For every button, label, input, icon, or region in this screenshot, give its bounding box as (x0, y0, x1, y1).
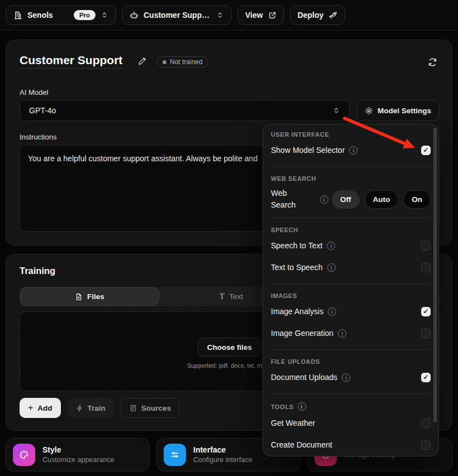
model-select[interactable]: GPT-4o (20, 100, 350, 121)
chevron-updown-icon (332, 107, 340, 114)
file-icon (75, 293, 83, 301)
show-model-selector-label: Show Model Selector (271, 146, 345, 155)
tab-text-label: Text (229, 292, 243, 301)
setting-row: Speech to Text i ✓ (271, 236, 431, 255)
rocket-icon (328, 11, 337, 20)
workspace-switcher[interactable]: Senols Pro (6, 5, 116, 25)
model-settings-label: Model Settings (378, 107, 431, 115)
agent-name: Customer Supp… (144, 11, 209, 20)
model-value: GPT-4o (29, 106, 56, 115)
section-user-interface: USER INTERFACE Show Model Selector i ✓ (271, 131, 431, 160)
create-document-checkbox[interactable]: ✓ (421, 440, 431, 450)
info-icon[interactable]: i (327, 263, 336, 272)
tab-files-label: Files (87, 292, 104, 301)
check-icon: ✓ (423, 147, 428, 153)
section-speech: SPEECH Speech to Text i ✓ Text to Speech… (271, 218, 431, 277)
setting-row: Show Model Selector i ✓ (271, 141, 431, 160)
refresh-icon[interactable] (428, 57, 437, 67)
style-card-title: Style (42, 445, 115, 455)
speech-to-text-label: Speech to Text (271, 241, 322, 250)
external-link-icon (268, 11, 276, 20)
agent-switcher[interactable]: Customer Supp… (122, 5, 232, 25)
train-label: Train (88, 404, 106, 412)
setting-row: Get Weather ✓ (271, 414, 431, 432)
sliders-icon (164, 444, 186, 466)
section-heading: USER INTERFACE (271, 131, 431, 138)
style-card-text: Style Customize appearance (42, 445, 115, 464)
setting-row: Create Document ✓ (271, 435, 431, 454)
edit-title-icon[interactable] (138, 56, 147, 65)
image-analysis-checkbox[interactable]: ✓ (421, 307, 431, 316)
tab-files[interactable]: Files (20, 287, 159, 306)
pro-badge: Pro (74, 10, 96, 20)
speech-to-text-checkbox[interactable]: ✓ (421, 241, 431, 251)
check-icon: ✓ (423, 374, 428, 381)
image-analysis-label: Image Analysis (271, 307, 323, 316)
training-title: Training (20, 266, 55, 276)
agent-title[interactable]: Customer Support (20, 54, 122, 67)
section-file-uploads: FILE UPLOADS Document Uploads i ✓ (271, 349, 431, 387)
ai-model-label: AI Model (20, 88, 48, 97)
section-heading: SPEECH (271, 227, 431, 233)
sources-button[interactable]: Sources (121, 398, 180, 418)
section-heading: FILE UPLOADS (271, 358, 431, 365)
choose-files-button[interactable]: Choose files (198, 338, 261, 357)
setting-row: Image Analysis i ✓ (271, 302, 431, 321)
panel-scrollbar[interactable] (433, 128, 437, 422)
chevron-updown-icon (216, 11, 224, 19)
web-search-on-button[interactable]: On (403, 190, 431, 209)
add-button[interactable]: + Add (20, 398, 61, 418)
info-icon[interactable]: i (342, 373, 350, 382)
setting-row: Document Uploads i ✓ (271, 368, 431, 387)
interface-card-text: Interface Configure interface (193, 445, 252, 464)
deploy-label: Deploy (298, 11, 324, 20)
document-icon (130, 405, 137, 412)
document-uploads-checkbox[interactable]: ✓ (421, 373, 431, 382)
image-generation-checkbox[interactable]: ✓ (421, 329, 431, 338)
get-weather-checkbox[interactable]: ✓ (421, 419, 431, 428)
chevron-updown-icon (101, 11, 108, 19)
deploy-button[interactable]: Deploy (290, 5, 346, 25)
style-card-subtitle: Customize appearance (42, 455, 115, 464)
check-icon: ✓ (423, 308, 428, 315)
get-weather-label: Get Weather (271, 419, 315, 427)
view-label: View (245, 11, 263, 20)
section-web-search: WEB SEARCH Web Search i Off Auto On (271, 166, 431, 211)
info-icon[interactable]: i (349, 146, 357, 155)
style-card[interactable]: Style Customize appearance (6, 438, 150, 472)
info-icon[interactable]: i (328, 307, 336, 316)
gear-icon (365, 107, 373, 115)
section-heading: WEB SEARCH (271, 175, 431, 182)
view-button[interactable]: View (237, 5, 284, 25)
training-actions: + Add Train Sources (20, 398, 180, 418)
interface-card-title: Interface (193, 445, 252, 455)
train-button[interactable]: Train (68, 398, 114, 418)
palette-icon (13, 444, 35, 466)
model-settings-panel: USER INTERFACE Show Model Selector i ✓ W… (263, 124, 439, 456)
sources-label: Sources (141, 404, 171, 412)
show-model-selector-checkbox[interactable]: ✓ (421, 146, 431, 155)
info-icon[interactable]: i (338, 329, 346, 338)
info-icon[interactable]: i (298, 402, 306, 411)
interface-card-subtitle: Configure interface (193, 455, 252, 464)
web-search-auto-button[interactable]: Auto (365, 190, 399, 209)
info-icon[interactable]: i (320, 195, 328, 204)
web-search-label: Web Search (271, 187, 307, 211)
text-to-speech-checkbox[interactable]: ✓ (421, 263, 431, 272)
web-search-off-button[interactable]: Off (332, 190, 360, 209)
section-images: IMAGES Image Analysis i ✓ Image Generati… (271, 283, 431, 343)
status-text: Not trained (170, 58, 203, 66)
plus-icon: + (28, 403, 33, 413)
setting-row: Image Generation i ✓ (271, 324, 431, 343)
web-search-segment: Off Auto On (332, 190, 431, 209)
model-settings-button[interactable]: Model Settings (356, 100, 440, 121)
create-document-label: Create Document (271, 440, 332, 449)
bot-icon (130, 11, 139, 20)
setting-row: Text to Speech i ✓ (271, 258, 431, 277)
section-tools: TOOLS i Get Weather ✓ Create Document ✓ (271, 393, 431, 456)
lightning-icon (76, 405, 83, 412)
info-icon[interactable]: i (327, 242, 335, 250)
instructions-label: Instructions (20, 133, 56, 141)
document-uploads-label: Document Uploads (271, 373, 337, 382)
text-to-speech-label: Text to Speech (271, 263, 323, 272)
